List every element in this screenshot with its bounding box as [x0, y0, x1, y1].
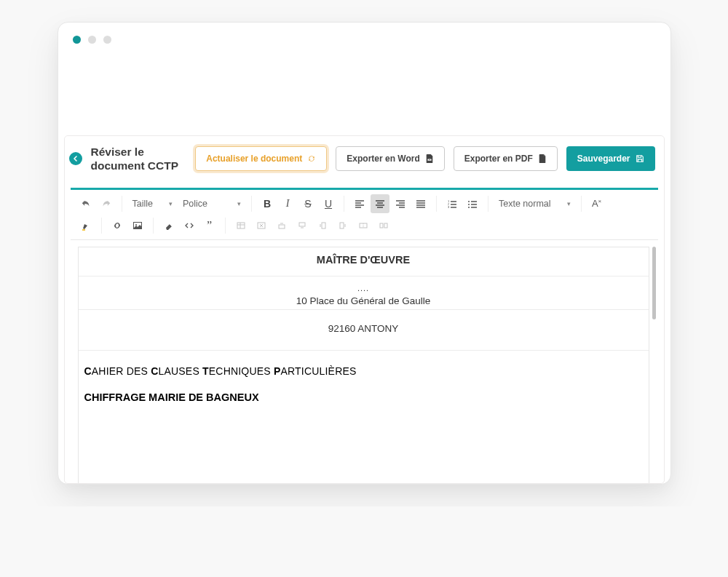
col-left-button[interactable] — [313, 216, 332, 235]
document-area: MAÎTRE D'ŒUVRE .... 10 Place du Général … — [71, 242, 658, 484]
ordered-list-button[interactable]: 123 — [443, 194, 462, 213]
svg-rect-10 — [237, 223, 245, 228]
image-button[interactable] — [128, 216, 147, 235]
highlight-button[interactable] — [76, 216, 95, 235]
svg-rect-18 — [384, 223, 387, 228]
strike-button[interactable]: S — [298, 194, 317, 213]
window-dot — [103, 36, 111, 44]
content-panel: Réviser le document CCTP Actualiser le d… — [64, 135, 665, 484]
page-title: Réviser le document CCTP — [91, 145, 187, 173]
svg-point-9 — [135, 224, 137, 226]
split-button[interactable] — [374, 216, 393, 235]
svg-rect-17 — [380, 223, 383, 228]
word-file-icon: W — [425, 154, 434, 163]
doc-cctp-block: CAHIER DES CLAUSES TECHNIQUES PARTICULIÈ… — [79, 351, 649, 410]
document-body[interactable]: MAÎTRE D'ŒUVRE .... 10 Place du Général … — [78, 247, 649, 484]
window-dot — [88, 36, 96, 44]
doc-city: 92160 ANTONY — [79, 310, 649, 351]
svg-rect-13 — [299, 223, 305, 226]
doc-address-block: .... 10 Place du Général de Gaulle — [79, 276, 649, 310]
separator — [251, 196, 252, 212]
window-dot-active — [73, 36, 81, 44]
save-button[interactable]: Sauvegarder — [566, 146, 655, 171]
doc-cctp-line: CAHIER DES CLAUSES TECHNIQUES PARTICULIÈ… — [79, 351, 649, 389]
scroll-thumb[interactable] — [652, 247, 656, 319]
row-top-button[interactable] — [272, 216, 291, 235]
save-icon — [636, 154, 644, 163]
pdf-file-icon — [538, 154, 547, 163]
svg-text:3: 3 — [448, 205, 450, 209]
text-style-select[interactable]: Texte normal▾ — [494, 195, 575, 212]
editor: Taille▾ Police▾ B I S U 123 Tex — [71, 188, 658, 484]
align-center-button[interactable] — [371, 194, 389, 213]
separator — [344, 196, 344, 212]
align-justify-button[interactable] — [411, 194, 430, 213]
link-button[interactable] — [108, 216, 127, 235]
font-size-select[interactable]: Taille▾ — [128, 195, 178, 212]
refresh-icon — [307, 154, 316, 163]
export-pdf-label: Exporter en PDF — [464, 154, 533, 164]
table-insert-button[interactable] — [232, 216, 250, 235]
doc-ellipsis: .... — [84, 284, 643, 293]
window-controls — [58, 23, 670, 44]
eraser-button[interactable] — [159, 216, 178, 235]
svg-point-7 — [468, 207, 470, 208]
svg-point-6 — [468, 204, 470, 205]
separator — [101, 218, 102, 234]
undo-button[interactable] — [76, 194, 95, 213]
app-window: Réviser le document CCTP Actualiser le d… — [58, 22, 671, 485]
font-family-select[interactable]: Police▾ — [178, 195, 245, 212]
separator — [122, 196, 122, 212]
refresh-button[interactable]: Actualiser le document — [195, 146, 327, 171]
quote-button[interactable]: ” — [200, 216, 219, 235]
svg-point-5 — [468, 201, 470, 202]
export-word-button[interactable]: Exporter en Word W — [336, 146, 444, 171]
clear-format-button[interactable]: A× — [587, 194, 606, 213]
doc-heading: MAÎTRE D'ŒUVRE — [79, 247, 649, 276]
separator — [153, 218, 154, 234]
refresh-label: Actualiser le document — [206, 154, 302, 164]
unordered-list-button[interactable] — [463, 194, 482, 213]
redo-button[interactable] — [97, 194, 116, 213]
separator — [488, 196, 488, 212]
export-word-label: Exporter en Word — [347, 154, 419, 164]
separator — [225, 218, 226, 234]
table-delete-button[interactable] — [252, 216, 271, 235]
separator — [436, 196, 437, 212]
save-label: Sauvegarder — [577, 154, 630, 164]
svg-rect-12 — [279, 225, 285, 228]
toolbar: Taille▾ Police▾ B I S U 123 Tex — [71, 190, 658, 240]
merge-button[interactable] — [354, 216, 373, 235]
back-icon[interactable] — [69, 152, 82, 165]
separator — [581, 196, 582, 212]
underline-button[interactable]: U — [319, 194, 338, 213]
doc-address: 10 Place du Général de Gaulle — [84, 295, 643, 306]
align-right-button[interactable] — [391, 194, 410, 213]
bold-button[interactable]: B — [258, 194, 277, 213]
col-right-button[interactable] — [333, 216, 352, 235]
align-left-button[interactable] — [350, 194, 369, 213]
row-bottom-button[interactable] — [293, 216, 312, 235]
export-pdf-button[interactable]: Exporter en PDF — [454, 146, 558, 171]
doc-project: CHIFFRAGE MAIRIE DE BAGNEUX — [79, 389, 649, 410]
svg-rect-15 — [340, 223, 344, 228]
italic-button[interactable]: I — [278, 194, 297, 213]
code-button[interactable] — [180, 216, 199, 235]
scrollbar[interactable] — [652, 242, 658, 484]
svg-rect-14 — [322, 223, 325, 228]
header-bar: Réviser le document CCTP Actualiser le d… — [65, 136, 664, 182]
